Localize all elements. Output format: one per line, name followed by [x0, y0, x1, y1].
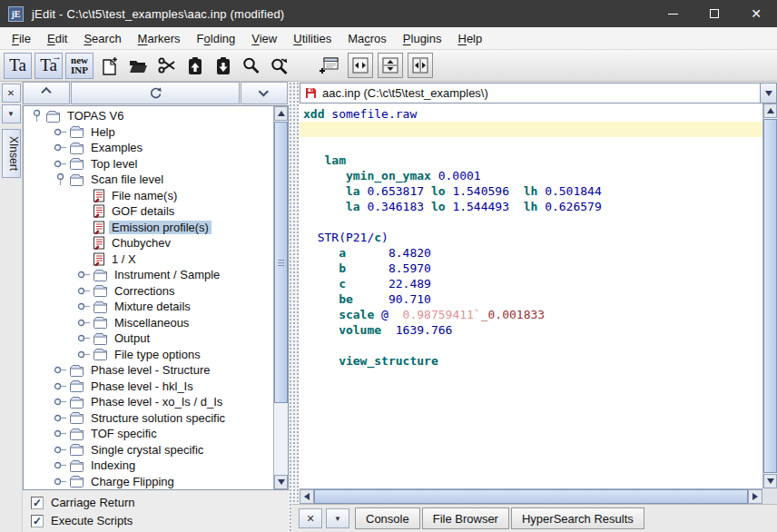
scroll-up-button[interactable] — [274, 106, 288, 121]
expand-handle-icon[interactable] — [53, 160, 68, 168]
tree-item-gof-details[interactable]: GOF details — [24, 203, 272, 220]
panel-splitter[interactable] — [289, 82, 300, 532]
tree-item-phase-level-xo-is-d-is[interactable]: Phase level - xo_Is / d_Is — [24, 394, 272, 410]
checkbox-icon[interactable]: ✓ — [31, 515, 44, 527]
tree-item-miscellaneous[interactable]: Miscellaneous — [24, 315, 272, 331]
tree-item-scan-file-level[interactable]: Scan file level — [24, 172, 272, 188]
dock-menu-button[interactable]: ▼ — [326, 508, 349, 528]
editor-vertical-scrollbar[interactable] — [762, 103, 777, 488]
expand-handle-icon[interactable] — [76, 287, 92, 295]
checkbox-icon[interactable]: ✓ — [31, 497, 44, 509]
collapse-all-button[interactable] — [23, 82, 70, 104]
tree-item-structure-solution-specific[interactable]: Structure solution specific — [24, 410, 272, 427]
scroll-down-button[interactable] — [274, 475, 288, 489]
dock-close-button[interactable]: ✕ — [299, 508, 322, 528]
split-vertical-button[interactable] — [408, 53, 433, 78]
expand-handle-icon[interactable] — [53, 414, 68, 422]
scroll-down-button[interactable] — [763, 474, 777, 488]
expand-all-button[interactable] — [241, 82, 288, 104]
close-button[interactable]: ✕ — [735, 0, 777, 27]
editor-horizontal-scrollbar[interactable] — [300, 488, 762, 504]
tree-item-help[interactable]: Help — [24, 124, 272, 141]
copy-button[interactable] — [181, 52, 209, 80]
tab-console[interactable]: Console — [355, 507, 420, 529]
tree-item-mixture-details[interactable]: Mixture details — [24, 299, 272, 315]
tree-item-file-type-options[interactable]: File type options — [24, 347, 272, 363]
menu-view[interactable]: View — [243, 29, 285, 48]
expand-handle-icon[interactable] — [53, 461, 68, 469]
expand-handle-icon[interactable] — [53, 128, 68, 136]
menu-macros[interactable]: Macros — [339, 29, 395, 48]
tree-item-file-name-s[interactable]: File name(s) — [24, 188, 272, 204]
xinsert-menu-button[interactable]: ▼ — [2, 104, 21, 123]
expand-handle-icon[interactable] — [53, 446, 68, 454]
menu-folding[interactable]: Folding — [189, 29, 244, 48]
scrollbar-thumb[interactable] — [274, 122, 288, 403]
menu-help[interactable]: Help — [449, 29, 490, 48]
scroll-up-button[interactable] — [763, 103, 777, 118]
open-file-button[interactable] — [124, 52, 152, 80]
expand-handle-icon[interactable] — [53, 398, 68, 406]
unsplit-button[interactable] — [348, 53, 373, 78]
expand-handle-icon[interactable] — [76, 302, 92, 310]
tree-item-phase-level-structure[interactable]: Phase level - Structure — [24, 362, 272, 379]
tree-item-instrument-sample[interactable]: Instrument / Sample — [24, 267, 272, 283]
tree-item-single-crystal-specific[interactable]: Single crystal specific — [24, 442, 272, 458]
expand-handle-icon[interactable] — [76, 334, 92, 342]
expand-handle-icon[interactable] — [76, 271, 92, 279]
scrollbar-thumb[interactable] — [314, 489, 748, 504]
tree-item-phase-level-hkl-is[interactable]: Phase level - hkl_Is — [24, 379, 272, 395]
expand-handle-icon[interactable] — [53, 366, 68, 374]
menu-file[interactable]: File — [4, 29, 39, 48]
xinsert-close-button[interactable]: ✕ — [2, 84, 21, 103]
new-inp-button[interactable]: new INP — [65, 53, 93, 79]
find-next-button[interactable] — [265, 52, 293, 80]
tree-item-corrections[interactable]: Corrections — [24, 283, 272, 300]
minimize-button[interactable] — [652, 0, 693, 27]
expand-handle-icon[interactable] — [53, 478, 68, 486]
tree-item-tof-specific[interactable]: TOF specific — [24, 426, 272, 442]
tree-scrollbar[interactable] — [273, 106, 288, 489]
expand-handle-icon[interactable] — [53, 382, 68, 390]
buffer-selector[interactable]: aac.inp (C:\c\t5\test_examples\) — [300, 83, 761, 103]
tree-item-charge-flipping[interactable]: Charge Flipping — [24, 474, 272, 490]
editor-text[interactable]: xdd somefile.raw lam ymin_on_ymax 0.0001… — [300, 103, 762, 488]
reload-button[interactable] — [71, 82, 240, 104]
tab-hypersearch-results[interactable]: HyperSearch Results — [511, 507, 644, 529]
ta-button[interactable]: Ta — [4, 53, 32, 79]
menu-plugins[interactable]: Plugins — [395, 29, 450, 48]
scroll-right-button[interactable] — [748, 489, 762, 504]
cut-button[interactable] — [152, 52, 181, 80]
menu-search[interactable]: Search — [75, 29, 129, 48]
menu-utilities[interactable]: Utilities — [285, 29, 339, 48]
tree-item-indexing[interactable]: Indexing — [24, 458, 272, 474]
expand-handle-icon[interactable] — [53, 429, 68, 438]
tree-item-emission-profile-s[interactable]: Emission profile(s) — [24, 220, 272, 236]
menu-markers[interactable]: Markers — [130, 29, 189, 48]
tree-item-output[interactable]: Output — [24, 330, 272, 347]
buffer-dropdown-button[interactable] — [761, 83, 777, 103]
expand-handle-icon[interactable] — [76, 319, 92, 327]
tree-item-chubychev[interactable]: Chubychev — [24, 235, 272, 251]
maximize-button[interactable] — [693, 0, 735, 27]
checkbox-execute-scripts[interactable]: ✓Execute Scripts — [31, 514, 289, 527]
xinsert-dock-tab[interactable]: XInsert — [2, 129, 21, 178]
scroll-left-button[interactable] — [300, 489, 314, 504]
expand-handle-icon[interactable] — [76, 350, 92, 359]
tab-file-browser[interactable]: File Browser — [422, 507, 509, 529]
tree-item-1-x[interactable]: 1 / X — [24, 251, 272, 268]
tree-item-top-level[interactable]: Top level — [24, 156, 272, 172]
new-file-button[interactable] — [96, 52, 124, 80]
new-view-button[interactable] — [315, 52, 343, 80]
menu-edit[interactable]: Edit — [39, 29, 75, 48]
paste-button[interactable] — [209, 52, 237, 80]
expand-handle-icon[interactable] — [53, 143, 68, 152]
checkbox-carriage-return[interactable]: ✓Carriage Return — [31, 496, 289, 509]
collapse-handle-icon[interactable] — [53, 172, 68, 186]
ta-insert-button[interactable]: Ta → — [34, 53, 63, 79]
tree-item-examples[interactable]: Examples — [24, 140, 272, 156]
tree-item-topas-v6[interactable]: TOPAS V6 — [24, 108, 272, 124]
split-horizontal-button[interactable] — [378, 53, 403, 78]
scrollbar-thumb[interactable] — [763, 119, 777, 473]
collapse-handle-icon[interactable] — [29, 109, 44, 123]
